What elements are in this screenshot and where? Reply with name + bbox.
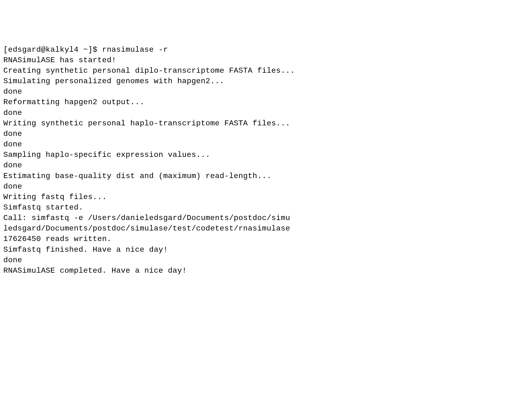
- output-line: 17626450 reads written.: [3, 234, 517, 244]
- output-line: Simulating personalized genomes with hap…: [3, 76, 517, 87]
- output-line: ledsgard/Documents/postdoc/simulase/test…: [3, 223, 517, 234]
- output-line: Creating synthetic personal diplo-transc…: [3, 66, 517, 76]
- output-line: RNASimulASE completed. Have a nice day!: [3, 266, 517, 276]
- output-line: Simfastq finished. Have a nice day!: [3, 245, 517, 255]
- output-line: done: [3, 255, 517, 266]
- output-line: done: [3, 139, 517, 150]
- output-line: done: [3, 160, 517, 171]
- output-line: done: [3, 87, 517, 97]
- output-line: Reformatting hapgen2 output...: [3, 97, 517, 107]
- shell-prompt: [edsgard@kalkyl4 ~]$: [3, 45, 102, 54]
- output-line: done: [3, 181, 517, 192]
- output-line: RNASimulASE has started!: [3, 55, 517, 66]
- output-line: done: [3, 108, 517, 118]
- output-line: Sampling haplo-specific expression value…: [3, 150, 517, 160]
- output-line: Estimating base-quality dist and (maximu…: [3, 171, 517, 181]
- command-input: rnasimulase -r: [102, 45, 168, 54]
- output-line: done: [3, 129, 517, 139]
- output-line: Call: simfastq -e /Users/danieledsgard/D…: [3, 213, 517, 223]
- output-line: Simfastq started.: [3, 202, 517, 213]
- output-line: Writing fastq files...: [3, 192, 517, 202]
- output-line: Writing synthetic personal haplo-transcr…: [3, 118, 517, 129]
- prompt-line: [edsgard@kalkyl4 ~]$ rnasimulase -r: [3, 45, 517, 55]
- terminal-output[interactable]: [edsgard@kalkyl4 ~]$ rnasimulase -rRNASi…: [3, 45, 517, 276]
